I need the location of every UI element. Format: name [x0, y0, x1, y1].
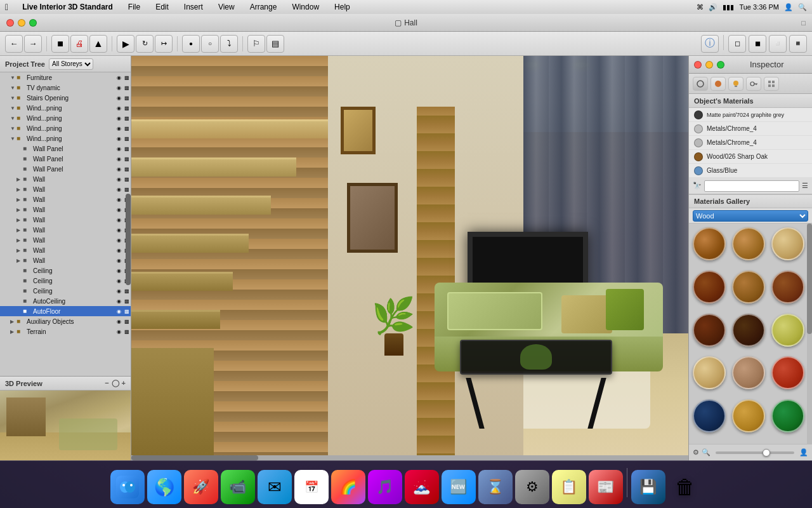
- inspector-close-button[interactable]: [694, 61, 702, 69]
- dock-item-timemachine[interactable]: ⌛: [478, 470, 513, 504]
- forward-button[interactable]: →: [24, 35, 42, 53]
- viewport[interactable]: 🌿: [131, 56, 688, 460]
- visibility-icon[interactable]: ◉: [115, 206, 122, 213]
- tree-scroll[interactable]: ▼ ■ Furniture ◉▩ ▼ ■ TV dynamic ◉▩ ▼ ■: [0, 72, 131, 376]
- visibility-icon[interactable]: ◉: [115, 175, 122, 183]
- dock-item-trash[interactable]: 🗑: [668, 470, 702, 504]
- viewport-scrollbar-thumb[interactable]: [131, 455, 258, 460]
- lock-icon[interactable]: ▩: [123, 124, 131, 132]
- window-controls[interactable]: [6, 19, 37, 27]
- tree-item-wall6[interactable]: ▶ ■ Wall ◉▩: [0, 225, 131, 235]
- back-button[interactable]: ←: [5, 35, 23, 53]
- view2-btn[interactable]: ◼: [749, 35, 766, 53]
- lock-icon[interactable]: ▩: [123, 74, 131, 81]
- dock-item-calendar[interactable]: 📅: [294, 470, 329, 504]
- project-btn[interactable]: ■: [51, 35, 69, 53]
- gallery-swatch-15[interactable]: [732, 399, 765, 432]
- visibility-icon[interactable]: ◉: [115, 226, 122, 234]
- select-tool[interactable]: ▶: [117, 35, 134, 53]
- viewport-scrollbar[interactable]: [131, 455, 688, 460]
- preview-zoom-reset[interactable]: ◯: [112, 379, 119, 387]
- search-icon[interactable]: 🔍: [798, 3, 807, 11]
- tree-item-tv[interactable]: ▼ ■ TV dynamic ◉▩: [0, 83, 131, 93]
- lock-icon[interactable]: ▩: [123, 145, 131, 152]
- apple-menu[interactable]: : [5, 2, 8, 12]
- visibility-icon[interactable]: ◉: [115, 297, 122, 305]
- inspector-min-button[interactable]: [705, 61, 713, 69]
- visibility-icon[interactable]: ◉: [115, 318, 122, 325]
- gallery-swatch-16[interactable]: [771, 399, 804, 432]
- move-tool[interactable]: ↦: [155, 35, 173, 53]
- tree-item-ceiling3[interactable]: ■ Ceiling ◉▩: [0, 286, 131, 296]
- menubar-file[interactable]: File: [124, 3, 144, 11]
- menubar-view[interactable]: View: [214, 3, 239, 11]
- dock-item-launchpad[interactable]: 🚀: [184, 470, 218, 504]
- gallery-swatch-2[interactable]: [732, 227, 765, 260]
- lock-icon[interactable]: ▩: [123, 297, 131, 305]
- visibility-icon[interactable]: ◉: [115, 84, 122, 91]
- walk-tool[interactable]: ⚐: [247, 35, 265, 53]
- minimize-button[interactable]: [18, 19, 25, 27]
- tree-item-wall5[interactable]: ▶ ■ Wall ◉▩: [0, 215, 131, 225]
- tree-item-wind1[interactable]: ▼ ■ Wind...pning ◉▩: [0, 103, 131, 113]
- tree-item-wall7[interactable]: ▶ ■ Wall ◉▩: [0, 235, 131, 245]
- tree-item-furniture[interactable]: ▼ ■ Furniture ◉▩: [0, 72, 131, 83]
- dock-item-news[interactable]: 📰: [589, 470, 623, 504]
- tree-item-autofloor[interactable]: ■ AutoFloor ◉▩: [0, 306, 131, 316]
- close-button[interactable]: [6, 19, 14, 27]
- visibility-icon[interactable]: ◉: [115, 165, 122, 173]
- visibility-icon[interactable]: ◉: [115, 307, 122, 315]
- print-btn[interactable]: 🖨: [70, 35, 88, 53]
- gallery-swatch-3[interactable]: [771, 227, 804, 260]
- tree-item-terrain[interactable]: ▶ ■ Terrain ◉▩: [0, 326, 131, 337]
- inspector-max-button[interactable]: [717, 61, 724, 69]
- tree-item-ceiling2[interactable]: ■ Ceiling ◉▩: [0, 276, 131, 286]
- material-options[interactable]: ☰: [802, 182, 808, 190]
- lock-icon[interactable]: ▩: [123, 175, 131, 183]
- storeys-select[interactable]: All Storeys: [49, 58, 93, 70]
- tree-item-wind2[interactable]: ▼ ■ Wind...pning ◉▩: [0, 113, 131, 123]
- visibility-icon[interactable]: ◉: [115, 124, 122, 132]
- lock-icon[interactable]: ▩: [123, 165, 131, 173]
- dock-item-photos[interactable]: 🌈: [331, 470, 365, 504]
- gallery-slider-thumb[interactable]: [763, 449, 770, 457]
- arrow-tool[interactable]: ⤵: [220, 35, 238, 53]
- material-search[interactable]: [704, 180, 799, 192]
- material-item-5[interactable]: Glass/Blue: [689, 164, 812, 178]
- gallery-swatch-4[interactable]: [693, 271, 726, 304]
- lock-icon[interactable]: ▩: [123, 114, 131, 122]
- info-button[interactable]: ⓘ: [701, 35, 719, 53]
- tree-item-wall2[interactable]: ▶ ■ Wall ◉▩: [0, 184, 131, 194]
- visibility-icon[interactable]: ◉: [115, 328, 122, 335]
- gallery-zoom-out-btn[interactable]: 🔍: [702, 448, 710, 457]
- lock-icon[interactable]: ▩: [123, 287, 131, 295]
- gallery-slider[interactable]: [716, 451, 794, 454]
- maximize-button[interactable]: [29, 19, 37, 27]
- view3-btn[interactable]: ◽: [769, 35, 787, 53]
- tree-item-wallpanel2[interactable]: ■ Wall Panel ◉▩: [0, 154, 131, 164]
- dock-item-finder[interactable]: [110, 470, 145, 504]
- gallery-swatch-11[interactable]: [732, 356, 765, 389]
- tree-item-wallpanel3[interactable]: ■ Wall Panel ◉▩: [0, 164, 131, 174]
- visibility-icon[interactable]: ◉: [115, 185, 122, 193]
- menubar-arrange[interactable]: Arrange: [246, 3, 281, 11]
- visibility-icon[interactable]: ◉: [115, 104, 122, 112]
- gallery-scrollbar[interactable]: [807, 224, 812, 444]
- dock-item-syspref[interactable]: ⚙: [515, 470, 549, 504]
- preview-zoom-out[interactable]: −: [105, 379, 108, 387]
- gallery-swatch-7[interactable]: [693, 314, 726, 347]
- gallery-swatch-5[interactable]: [732, 271, 765, 304]
- tree-item-wall9[interactable]: ▶ ■ Wall ◉▩: [0, 255, 131, 265]
- lock-icon[interactable]: ▩: [123, 155, 131, 163]
- lock-icon[interactable]: ▩: [123, 328, 131, 335]
- gallery-swatch-14[interactable]: [693, 399, 726, 432]
- circle-tool[interactable]: ○: [201, 35, 219, 53]
- gallery-swatch-12[interactable]: [771, 356, 804, 389]
- menubar-help[interactable]: Help: [331, 3, 354, 11]
- menubar-insert[interactable]: Insert: [180, 3, 207, 11]
- visibility-icon[interactable]: ◉: [115, 277, 122, 284]
- visibility-icon[interactable]: ◉: [115, 145, 122, 152]
- dock-item-appstore[interactable]: 🆕: [442, 470, 476, 504]
- visibility-icon[interactable]: ◉: [115, 74, 122, 81]
- tree-item-wind4[interactable]: ▼ ■ Wind...pning ◉▩: [0, 133, 131, 144]
